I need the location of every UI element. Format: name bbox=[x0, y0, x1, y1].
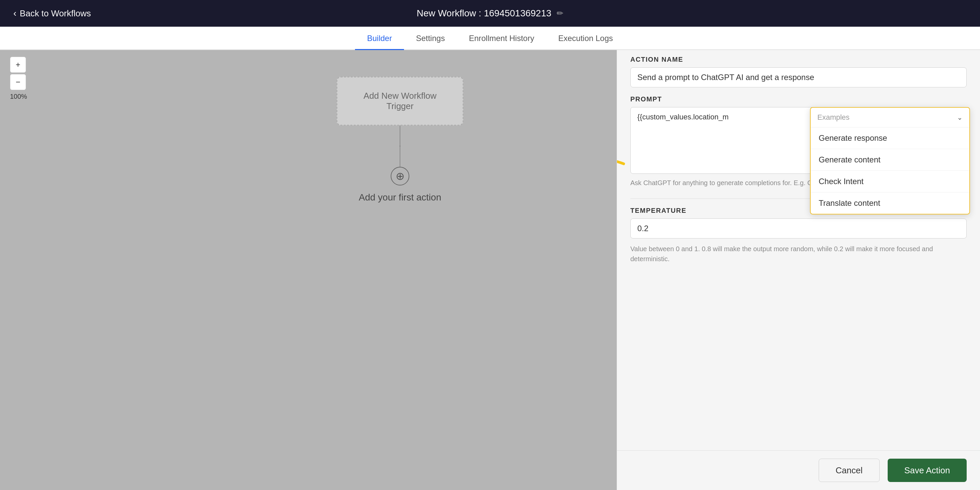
zoom-out-button[interactable]: − bbox=[10, 74, 26, 90]
save-action-button[interactable]: Save Action bbox=[888, 459, 967, 482]
back-label: Back to Workflows bbox=[20, 8, 91, 19]
dropdown-placeholder: Examples bbox=[817, 113, 850, 122]
action-name-input[interactable] bbox=[630, 67, 967, 88]
dropdown-item-check-intent[interactable]: Check Intent bbox=[811, 171, 969, 193]
examples-dropdown: Examples ⌄ Generate response Generate co… bbox=[810, 107, 970, 214]
tab-execution-logs[interactable]: Execution Logs bbox=[546, 28, 625, 50]
zoom-in-button[interactable]: + bbox=[10, 57, 26, 73]
workflow-title: New Workflow : 1694501369213 ✏ bbox=[417, 8, 563, 19]
action-name-label: ACTION NAME bbox=[630, 56, 967, 63]
tab-bar: Builder Settings Enrollment History Exec… bbox=[0, 27, 980, 50]
back-to-workflows-link[interactable]: ‹ Back to Workflows bbox=[13, 8, 91, 19]
add-workflow-trigger-box[interactable]: Add New Workflow Trigger bbox=[337, 77, 463, 125]
workflow-title-text: New Workflow : 1694501369213 bbox=[417, 8, 551, 19]
add-action-circle-button[interactable]: ⊕ bbox=[391, 167, 409, 185]
yellow-arrow-annotation bbox=[617, 147, 630, 180]
zoom-controls: + − 100% bbox=[10, 57, 27, 101]
tab-settings[interactable]: Settings bbox=[404, 28, 457, 50]
edit-title-icon[interactable]: ✏ bbox=[557, 9, 563, 18]
tab-builder[interactable]: Builder bbox=[355, 28, 404, 50]
cancel-button[interactable]: Cancel bbox=[819, 459, 880, 482]
panel-footer: Cancel Save Action bbox=[617, 450, 980, 490]
plus-icon: ⊕ bbox=[396, 170, 405, 182]
action-config-panel: Chatgpt Send a prompt to ChatGPT AI and … bbox=[617, 0, 980, 490]
add-action-label: Add your first action bbox=[359, 192, 441, 203]
dropdown-item-generate-content[interactable]: Generate content bbox=[811, 149, 969, 171]
dropdown-header[interactable]: Examples ⌄ bbox=[811, 108, 969, 128]
panel-body: ACTION NAME PROMPT {{custom_values.locat… bbox=[617, 44, 980, 450]
prompt-label: PROMPT bbox=[630, 96, 967, 103]
temperature-hint-text: Value between 0 and 1. 0.8 will make the… bbox=[630, 244, 967, 264]
prompt-section: {{custom_values.location_m Examples ⌄ Ge… bbox=[630, 107, 967, 175]
dropdown-chevron-icon: ⌄ bbox=[957, 113, 963, 121]
connector-line-2 bbox=[400, 147, 400, 167]
trigger-box-line2: Trigger bbox=[387, 101, 413, 111]
tab-enrollment-history[interactable]: Enrollment History bbox=[457, 28, 546, 50]
top-navigation: ‹ Back to Workflows New Workflow : 16945… bbox=[0, 0, 980, 27]
zoom-level: 100% bbox=[10, 93, 27, 101]
trigger-box-line1: Add New Workflow bbox=[363, 91, 436, 101]
back-arrow-icon: ‹ bbox=[13, 8, 16, 19]
dropdown-item-translate-content[interactable]: Translate content bbox=[811, 193, 969, 214]
dropdown-item-generate-response[interactable]: Generate response bbox=[811, 128, 969, 149]
temperature-input[interactable] bbox=[630, 219, 967, 238]
connector-line-1 bbox=[400, 125, 400, 145]
